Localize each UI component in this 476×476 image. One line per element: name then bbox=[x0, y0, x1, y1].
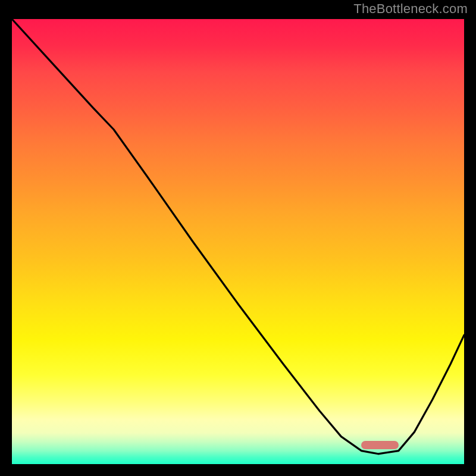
optimal-range-marker bbox=[361, 441, 398, 449]
watermark-text: TheBottleneck.com bbox=[353, 1, 468, 17]
bottleneck-curve bbox=[12, 19, 464, 464]
